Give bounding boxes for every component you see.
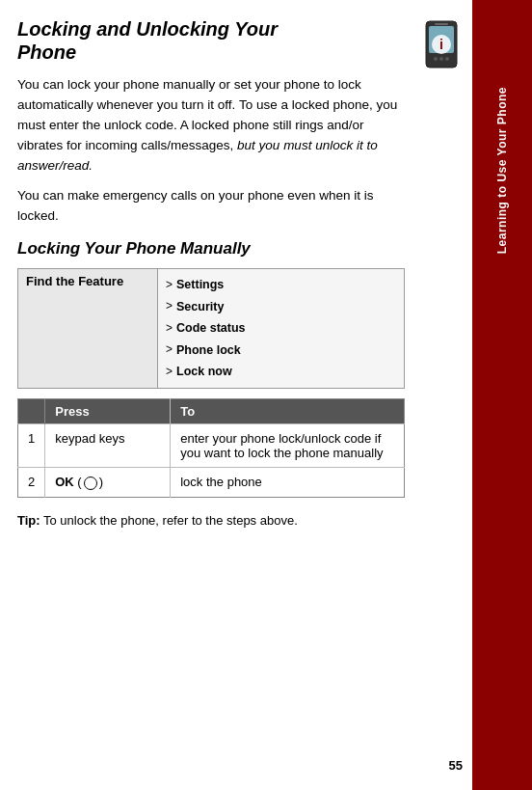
table-row: 2OK ()lock the phone bbox=[18, 467, 405, 497]
table-row: 1keypad keysenter your phone lock/unlock… bbox=[18, 423, 405, 467]
page-container: Locking and Unlocking Your Phone You can… bbox=[0, 0, 532, 790]
row-press: keypad keys bbox=[45, 423, 171, 467]
find-feature-step: > Security bbox=[166, 296, 396, 318]
svg-text:i: i bbox=[439, 37, 443, 52]
find-feature-steps: > Settings> Security> Code status> Phone… bbox=[158, 269, 405, 389]
svg-point-3 bbox=[434, 57, 438, 61]
col-header-press: Press bbox=[45, 398, 171, 423]
find-feature-step: > Code status bbox=[166, 317, 396, 340]
ok-bold-label: OK bbox=[55, 475, 74, 489]
row-press: OK () bbox=[45, 467, 171, 497]
paragraph-1: You can lock your phone manually or set … bbox=[17, 75, 405, 177]
sidebar-text: Learning to Use Your Phone bbox=[495, 87, 509, 254]
right-sidebar: Learning to Use Your Phone bbox=[472, 0, 532, 790]
svg-point-5 bbox=[445, 57, 449, 61]
find-feature-table: Find the Feature > Settings> Security> C… bbox=[17, 268, 405, 389]
section-title: Locking Your Phone Manually bbox=[17, 239, 405, 259]
circle-button-icon: () bbox=[74, 475, 103, 489]
page-number: 55 bbox=[449, 758, 463, 773]
find-feature-label: Find the Feature bbox=[18, 269, 158, 389]
paragraph-2: You can make emergency calls on your pho… bbox=[17, 186, 405, 227]
step-label: Phone lock bbox=[176, 340, 241, 362]
col-header-empty bbox=[18, 398, 45, 423]
step-arrow: > bbox=[166, 362, 173, 383]
row-to: lock the phone bbox=[171, 467, 405, 497]
svg-point-4 bbox=[439, 57, 443, 61]
col-header-to: To bbox=[171, 398, 405, 423]
phone-icon-container: i bbox=[416, 19, 466, 69]
svg-rect-2 bbox=[435, 23, 448, 25]
row-number: 1 bbox=[18, 423, 45, 467]
step-arrow: > bbox=[166, 340, 173, 361]
step-label: Settings bbox=[176, 274, 224, 296]
step-arrow: > bbox=[166, 296, 173, 317]
find-feature-step: > Lock now bbox=[166, 361, 396, 383]
step-arrow: > bbox=[166, 318, 173, 340]
press-to-table: Press To 1keypad keysenter your phone lo… bbox=[17, 398, 405, 498]
step-label: Security bbox=[176, 296, 224, 318]
page-title: Locking and Unlocking Your Phone bbox=[17, 17, 405, 64]
step-label: Code status bbox=[176, 317, 246, 340]
row-number: 2 bbox=[18, 467, 45, 497]
phone-icon: i bbox=[416, 19, 466, 69]
row-to: enter your phone lock/unlock code if you… bbox=[171, 423, 405, 467]
step-label: Lock now bbox=[176, 361, 232, 383]
step-arrow: > bbox=[166, 275, 173, 296]
main-content: Locking and Unlocking Your Phone You can… bbox=[0, 0, 472, 790]
tip-text: Tip: To unlock the phone, refer to the s… bbox=[17, 511, 405, 531]
find-feature-step: > Settings bbox=[166, 274, 396, 296]
find-feature-step: > Phone lock bbox=[166, 340, 396, 362]
